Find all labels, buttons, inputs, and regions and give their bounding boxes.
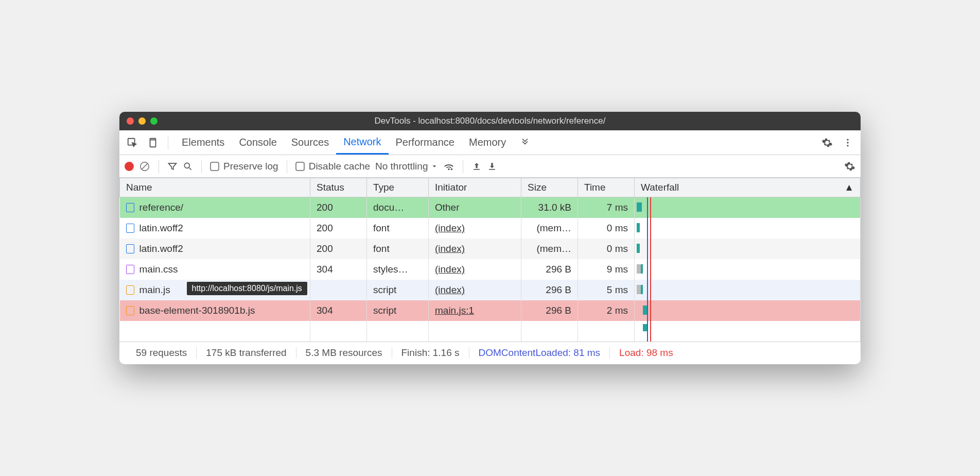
- initiator-link[interactable]: (index): [435, 243, 465, 254]
- column-header-status[interactable]: Status: [310, 178, 367, 197]
- inspect-icon[interactable]: [124, 134, 141, 151]
- css-file-icon: [126, 265, 134, 274]
- table-row[interactable]: main.jshttp://localhost:8080/js/main.jss…: [120, 280, 861, 300]
- status-cell: 200: [310, 218, 367, 239]
- preserve-log-label: Preserve log: [223, 161, 278, 172]
- tab-performance[interactable]: Performance: [389, 130, 462, 155]
- initiator-link[interactable]: main.js:1: [435, 305, 474, 316]
- tab-elements[interactable]: Elements: [174, 130, 232, 155]
- svg-point-8: [184, 163, 189, 168]
- type-cell: script: [367, 300, 429, 321]
- column-header-time[interactable]: Time: [578, 178, 635, 197]
- type-cell: styles…: [367, 259, 429, 280]
- js-file-icon: [126, 285, 134, 295]
- request-name: latin.woff2: [139, 243, 183, 254]
- font-file-icon: [126, 244, 134, 253]
- initiator-cell: main.js:1: [429, 300, 521, 321]
- column-header-waterfall[interactable]: Waterfall▲: [635, 178, 861, 197]
- maximize-button[interactable]: [150, 117, 157, 125]
- size-cell: 296 B: [521, 300, 578, 321]
- waterfall-cell: [635, 280, 861, 300]
- tab-console[interactable]: Console: [232, 130, 284, 155]
- window-title: DevTools - localhost:8080/docs/devtools/…: [375, 116, 606, 126]
- initiator-cell: Other: [429, 197, 521, 218]
- size-cell: 31.0 kB: [521, 197, 578, 218]
- tab-memory[interactable]: Memory: [462, 130, 513, 155]
- status-cell: 304: [310, 300, 367, 321]
- initiator-link[interactable]: (index): [435, 264, 465, 275]
- download-har-icon[interactable]: [487, 161, 497, 172]
- time-cell: 0 ms: [578, 239, 635, 259]
- table-row[interactable]: latin.woff2200font(index)(mem…0 ms: [120, 239, 861, 259]
- font-file-icon: [126, 224, 134, 233]
- tab-sources[interactable]: Sources: [284, 130, 336, 155]
- request-name: reference/: [139, 202, 184, 213]
- separator: [168, 136, 168, 149]
- device-toggle-icon[interactable]: [144, 134, 162, 151]
- status-finish: Finish: 1.16 s: [392, 347, 469, 359]
- initiator-cell: (index): [429, 280, 521, 300]
- disable-cache-checkbox[interactable]: Disable cache: [295, 161, 370, 172]
- clear-icon[interactable]: [139, 161, 150, 172]
- request-name: main.css: [139, 264, 178, 275]
- titlebar: DevTools - localhost:8080/docs/devtools/…: [119, 112, 861, 130]
- js-file-icon: [126, 306, 134, 315]
- svg-point-11: [451, 168, 453, 170]
- svg-point-4: [847, 142, 848, 143]
- initiator-cell: (index): [429, 239, 521, 259]
- kebab-menu-icon[interactable]: [839, 134, 856, 151]
- column-header-type[interactable]: Type: [367, 178, 429, 197]
- request-name: latin.woff2: [139, 223, 183, 233]
- status-cell: [310, 280, 367, 300]
- time-cell: 7 ms: [578, 197, 635, 218]
- more-tabs-icon[interactable]: [516, 134, 534, 151]
- waterfall-cell: [635, 197, 861, 218]
- type-cell: font: [367, 239, 429, 259]
- time-cell: 0 ms: [578, 218, 635, 239]
- tooltip: http://localhost:8080/js/main.js: [187, 282, 307, 295]
- table-row[interactable]: latin.woff2200font(index)(mem…0 ms: [120, 218, 861, 239]
- status-requests: 59 requests: [127, 347, 197, 359]
- network-conditions-icon[interactable]: [443, 161, 454, 172]
- column-header-size[interactable]: Size: [521, 178, 578, 197]
- preserve-log-checkbox[interactable]: Preserve log: [210, 161, 278, 172]
- time-cell: 2 ms: [578, 300, 635, 321]
- request-name: base-element-3018901b.js: [139, 305, 255, 316]
- waterfall-cell: [635, 218, 861, 239]
- table-row[interactable]: base-element-3018901b.js304scriptmain.js…: [120, 300, 861, 321]
- table-row[interactable]: main.css304styles…(index)296 B9 ms: [120, 259, 861, 280]
- search-icon[interactable]: [183, 161, 193, 172]
- initiator-link[interactable]: (index): [435, 223, 465, 233]
- record-button[interactable]: [125, 162, 134, 171]
- status-transferred: 175 kB transferred: [197, 347, 296, 359]
- type-cell: docu…: [367, 197, 429, 218]
- devtools-window: DevTools - localhost:8080/docs/devtools/…: [119, 112, 861, 364]
- svg-line-7: [142, 163, 148, 169]
- settings-icon[interactable]: [818, 134, 836, 151]
- close-button[interactable]: [127, 117, 134, 125]
- waterfall-cell: [635, 300, 861, 321]
- time-cell: 5 ms: [578, 280, 635, 300]
- traffic-lights: [127, 117, 157, 125]
- table-row[interactable]: reference/200docu…Other31.0 kB7 ms: [120, 197, 861, 218]
- status-load: Load: 98 ms: [610, 347, 682, 359]
- time-cell: 9 ms: [578, 259, 635, 280]
- upload-har-icon[interactable]: [471, 161, 482, 172]
- throttling-select[interactable]: No throttling: [375, 161, 438, 172]
- tab-network[interactable]: Network: [336, 130, 388, 155]
- svg-point-5: [847, 145, 848, 146]
- svg-point-3: [847, 139, 848, 140]
- type-cell: script: [367, 280, 429, 300]
- panel-settings-icon[interactable]: [844, 161, 855, 172]
- network-toolbar: Preserve log Disable cache No throttling: [119, 155, 861, 178]
- waterfall-cell: [635, 259, 861, 280]
- column-header-initiator[interactable]: Initiator: [429, 178, 521, 197]
- column-header-name[interactable]: Name: [120, 178, 310, 197]
- minimize-button[interactable]: [138, 117, 146, 125]
- filter-icon[interactable]: [167, 161, 178, 172]
- initiator-link[interactable]: (index): [435, 284, 465, 295]
- status-cell: 200: [310, 239, 367, 259]
- svg-rect-12: [474, 169, 480, 170]
- svg-line-9: [189, 167, 191, 169]
- type-cell: font: [367, 218, 429, 239]
